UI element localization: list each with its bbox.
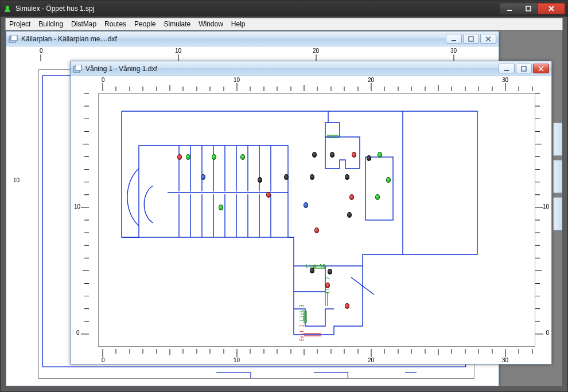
person-marker[interactable] [186, 154, 190, 160]
window-controls [500, 3, 565, 14]
people-layer [99, 94, 535, 346]
child-minimize-button[interactable] [499, 64, 515, 73]
ruler-left-back: 10 [11, 62, 26, 370]
child-controls-front [499, 64, 549, 73]
menu-simulate[interactable]: Simulate [164, 20, 190, 28]
side-tab-2[interactable] [553, 160, 562, 193]
svg-rect-7 [469, 37, 473, 41]
child-maximize-button[interactable] [516, 64, 532, 73]
mdi-client: Källarplan - Källarplan me....dxf [5, 30, 563, 387]
person-marker[interactable] [367, 155, 371, 161]
person-marker[interactable] [201, 174, 205, 180]
child-body-front: 0 10 20 30 [71, 76, 551, 364]
svg-rect-3 [526, 6, 531, 11]
svg-rect-1 [6, 9, 9, 12]
person-marker[interactable] [386, 177, 391, 183]
tick-label: 10 [175, 48, 181, 54]
tick-label: 0 [40, 48, 43, 54]
person-marker[interactable] [314, 228, 319, 233]
person-marker[interactable] [312, 152, 317, 158]
document-icon [73, 65, 82, 73]
person-marker[interactable] [258, 177, 262, 183]
person-marker[interactable] [310, 268, 314, 273]
tick-label: 10 [74, 203, 80, 210]
person-marker[interactable] [345, 303, 349, 309]
tick-label: 30 [450, 48, 457, 54]
menu-building[interactable]: Building [38, 20, 63, 28]
document-icon [9, 35, 18, 43]
person-marker[interactable] [266, 192, 271, 198]
tick-label: 10 [234, 77, 240, 83]
svg-rect-15 [75, 65, 81, 70]
tick-label: 10 [543, 203, 549, 210]
menu-people[interactable]: People [134, 20, 155, 28]
person-marker[interactable] [310, 174, 314, 180]
ruler-bottom: 0 10 20 30 [94, 348, 541, 362]
tick-label: 0 [546, 330, 549, 336]
person-marker[interactable] [330, 152, 334, 158]
side-tab-1[interactable] [553, 123, 562, 156]
minimize-button[interactable] [500, 3, 519, 14]
child-title-front: Våning 1 - Våning 1.dxf [85, 65, 499, 73]
side-tab-3[interactable] [553, 197, 562, 230]
tick-label: 0 [76, 330, 80, 336]
tick-label: 20 [368, 77, 374, 83]
child-maximize-button[interactable] [463, 34, 479, 44]
person-marker[interactable] [352, 152, 356, 158]
child-window-vaning1[interactable]: Våning 1 - Våning 1.dxf [70, 61, 552, 364]
child-close-button[interactable] [533, 64, 549, 73]
menu-project[interactable]: Project [9, 20, 30, 28]
menu-help[interactable]: Help [231, 20, 246, 28]
app-titlebar[interactable]: Simulex - Öppet hus 1.spj [1, 1, 567, 17]
person-marker[interactable] [304, 202, 308, 208]
child-title-back: Källarplan - Källarplan me....dxf [21, 35, 446, 43]
tick-label: 0 [102, 77, 105, 83]
app-title: Simulex - Öppet hus 1.spj [15, 5, 500, 13]
ruler-left: 0 10 [75, 92, 90, 348]
tick-label: 10 [13, 177, 20, 183]
ruler-top: 0 10 20 30 [94, 79, 541, 92]
person-marker[interactable] [349, 194, 354, 200]
menu-routes[interactable]: Routes [104, 20, 126, 28]
child-controls-back [446, 34, 496, 44]
tick-label: 30 [502, 77, 508, 83]
child-titlebar-front[interactable]: Våning 1 - Våning 1.dxf [71, 61, 551, 76]
svg-rect-17 [522, 66, 526, 71]
person-marker[interactable] [345, 174, 349, 180]
ruler-right: 0 10 [534, 92, 549, 348]
child-titlebar-back[interactable]: Källarplan - Källarplan me....dxf [6, 32, 499, 46]
plan-frame[interactable]: Link 16 Link 2 Link 3 Exit 1 [98, 93, 535, 347]
person-marker[interactable] [347, 212, 352, 218]
person-marker[interactable] [177, 154, 182, 160]
menu-distmap[interactable]: DistMap [71, 20, 96, 28]
close-button[interactable] [538, 3, 565, 14]
person-marker[interactable] [284, 174, 289, 180]
tick-label: 20 [368, 357, 374, 363]
app-window: Simulex - Öppet hus 1.spj Project Buildi… [0, 0, 568, 392]
tick-label: 30 [502, 357, 508, 363]
person-marker[interactable] [378, 152, 382, 158]
app-icon [3, 4, 12, 13]
svg-rect-5 [11, 35, 17, 41]
tick-label: 0 [102, 357, 105, 363]
person-marker[interactable] [212, 154, 216, 160]
maximize-button[interactable] [519, 3, 538, 14]
menubar: Project Building DistMap Routes People S… [5, 18, 563, 30]
person-marker[interactable] [328, 269, 332, 275]
tick-label: 20 [313, 48, 319, 54]
person-marker[interactable] [325, 283, 330, 288]
person-marker[interactable] [375, 194, 380, 200]
child-minimize-button[interactable] [446, 34, 462, 44]
menu-window[interactable]: Window [199, 20, 223, 28]
child-close-button[interactable] [480, 34, 496, 44]
person-marker[interactable] [240, 154, 245, 160]
person-marker[interactable] [219, 205, 223, 210]
tick-label: 10 [234, 357, 240, 363]
